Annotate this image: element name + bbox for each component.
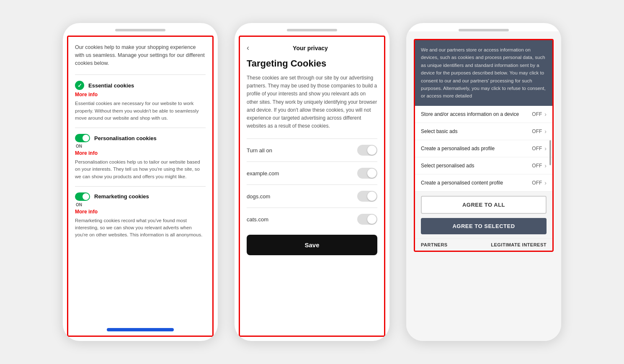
phone-1-red-box: Our cookies help to make your shopping e… [67,36,214,337]
basic-ads-chevron[interactable]: › [544,128,547,135]
cats-toggle[interactable] [357,214,377,225]
targeting-cookies-title: Targeting Cookies [247,58,377,69]
content-profile-chevron[interactable]: › [544,179,547,186]
essential-cookies-header: Essential cookies [75,81,206,90]
header-title: Your privacy [253,45,367,51]
turn-all-toggle-knob [367,146,376,155]
store-access-chevron[interactable]: › [544,111,547,118]
consent-row-store: Store and/or access information on a dev… [415,106,552,123]
phone-3: We and our partners store or access info… [406,23,561,341]
personalisation-more-info[interactable]: More info [75,150,206,156]
remarketing-toggle-knob [83,193,89,200]
store-access-label: Store and/or access information on a dev… [421,111,532,117]
agree-selected-button[interactable]: AGREE TO SELECTED [421,218,547,234]
remarketing-on-label: ON [76,203,206,207]
phone-1-content: Our cookies help to make your shopping e… [68,37,212,324]
phones-container: Our cookies help to make your shopping e… [0,15,624,349]
personalisation-cookies-desc: Personalisation cookies help us to tailo… [75,159,206,180]
remarketing-cookies-section: Remarketing cookies ON More info Remarke… [75,186,206,239]
essential-cookies-section: Essential cookies More info Essential co… [75,74,206,122]
example-toggle[interactable] [357,168,377,179]
example-toggle-knob [367,169,376,178]
back-arrow-icon[interactable]: ‹ [247,44,249,52]
turn-all-label: Turn all on [247,147,272,154]
blue-progress-bar [107,328,174,331]
phone-2-red-box: ‹ Your privacy Targeting Cookies These c… [239,36,385,337]
content-profile-right: OFF › [532,179,547,186]
personalised-profile-value: OFF [532,146,542,151]
personalisation-on-label: ON [76,144,206,149]
phone-3-red-box: We and our partners store or access info… [414,39,554,252]
toggle-row-turn-all: Turn all on [247,138,377,161]
save-button[interactable]: Save [247,235,377,255]
personalised-ads-label: Select personalised ads [421,163,532,169]
phone-3-dark-section: We and our partners store or access info… [415,40,552,106]
phone-3-screen: We and our partners store or access info… [406,31,561,341]
partners-label[interactable]: PARTNERS [421,242,448,247]
personalised-ads-chevron[interactable]: › [544,162,547,169]
essential-cookies-title: Essential cookies [88,82,134,89]
basic-ads-value: OFF [532,128,542,134]
back-header: ‹ Your privacy [247,44,377,52]
remarketing-cookies-desc: Remarketing cookies record what you've f… [75,217,206,239]
personalisation-cookies-header: Personalisation cookies [75,134,206,142]
personalised-ads-right: OFF › [532,162,547,169]
personalised-ads-value: OFF [532,163,542,169]
phone-1-screen: Our cookies help to make your shopping e… [63,31,218,341]
content-profile-value: OFF [532,180,542,186]
store-access-value: OFF [532,111,542,117]
agree-all-button[interactable]: AGREE TO ALL [421,196,547,214]
consent-row-personalised-ads: Select personalised ads OFF › [415,157,552,174]
essential-check-icon [75,81,84,90]
phone-2-screen: ‹ Your privacy Targeting Cookies These c… [235,31,389,341]
essential-more-info[interactable]: More info [75,92,206,97]
remarketing-toggle[interactable] [75,192,90,201]
personalised-profile-label: Create a personalised ads profile [421,146,532,151]
consent-row-personalised-profile: Create a personalised ads profile OFF › [415,140,552,157]
store-access-right: OFF › [532,111,547,118]
legitimate-interest-label[interactable]: LEGITIMATE INTEREST [491,242,547,247]
dogs-label: dogs.com [247,193,270,200]
cats-toggle-knob [367,215,376,224]
turn-all-toggle[interactable] [357,145,377,156]
personalised-profile-right: OFF › [532,145,547,152]
targeting-cookies-desc: These cookies are set through our site b… [247,74,377,130]
scrollbar[interactable] [549,140,551,165]
phone-1: Our cookies help to make your shopping e… [63,23,218,341]
consent-row-basic-ads: Select basic ads OFF › [415,123,552,140]
personalisation-toggle-knob [83,135,89,141]
personalisation-toggle[interactable] [75,134,90,142]
phone-3-desc: We and our partners store or access info… [415,40,552,106]
consent-row-content-profile: Create a personalised content profile OF… [415,174,552,192]
personalisation-cookies-title: Personalisation cookies [94,135,157,141]
example-label: example.com [247,170,279,177]
phone-2-content: ‹ Your privacy Targeting Cookies These c… [240,37,384,336]
remarketing-cookies-title: Remarketing cookies [94,193,149,200]
phone-2: ‹ Your privacy Targeting Cookies These c… [235,23,389,341]
personalised-profile-chevron[interactable]: › [544,145,547,152]
dogs-toggle[interactable] [357,191,377,202]
toggle-row-example: example.com [247,161,377,185]
phone-1-bottom [68,324,212,336]
basic-ads-label: Select basic ads [421,128,532,134]
toggle-row-dogs: dogs.com [247,185,377,208]
cats-label: cats.com [247,216,268,223]
remarketing-cookies-header: Remarketing cookies [75,192,206,201]
dogs-toggle-knob [367,192,376,201]
toggle-row-cats: cats.com [247,208,377,231]
consent-rows-container: Store and/or access information on a dev… [415,106,552,192]
phone-1-intro: Our cookies help to make your shopping e… [75,44,206,67]
partners-row: PARTNERS LEGITIMATE INTEREST [415,238,552,251]
remarketing-more-info[interactable]: More info [75,209,206,215]
basic-ads-right: OFF › [532,128,547,135]
personalisation-cookies-section: Personalisation cookies ON More info Per… [75,128,206,180]
essential-cookies-desc: Essential cookies are necessary for our … [75,100,206,122]
content-profile-label: Create a personalised content profile [421,180,532,186]
